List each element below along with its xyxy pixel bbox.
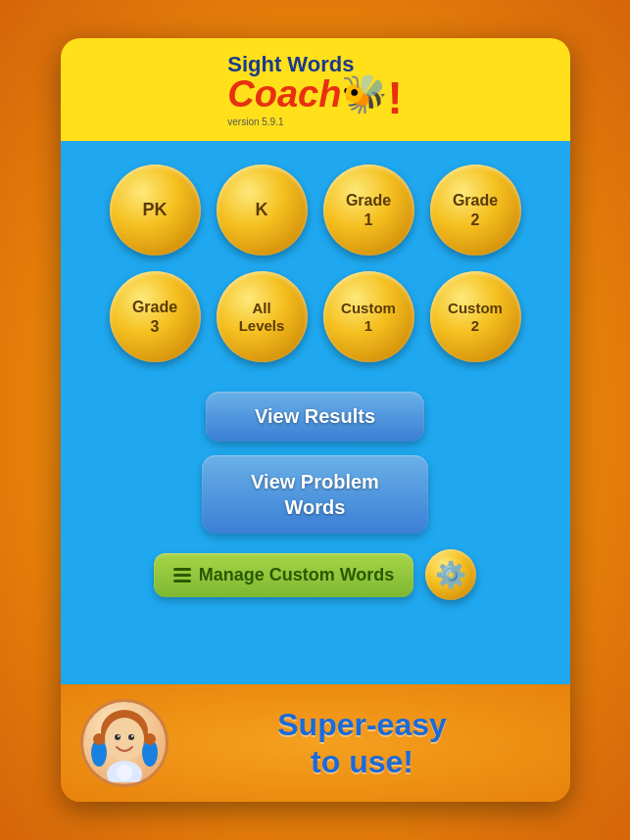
- grade-btn-grade3[interactable]: Grade3: [110, 271, 201, 362]
- view-results-button[interactable]: View Results: [206, 392, 424, 442]
- grade-btn-custom2[interactable]: Custom2: [430, 271, 521, 362]
- svg-point-7: [128, 734, 134, 740]
- mascot-svg: [85, 704, 164, 782]
- view-problem-words-button[interactable]: View ProblemWords: [202, 455, 428, 534]
- version-text: version 5.9.1: [227, 117, 283, 127]
- svg-point-11: [117, 765, 132, 780]
- grade-btn-grade2[interactable]: Grade2: [430, 164, 521, 256]
- app-container: Sight Words Coach 🐝 ! version 5.9.1 PK K…: [61, 38, 570, 802]
- gear-icon: ⚙️: [435, 560, 466, 590]
- sight-words-text: Sight Words: [227, 54, 354, 75]
- grade-btn-pk[interactable]: PK: [110, 164, 201, 256]
- mascot: [80, 699, 169, 787]
- svg-point-6: [115, 734, 121, 740]
- action-buttons: View Results View ProblemWords: [80, 392, 551, 534]
- manage-custom-words-button[interactable]: Manage Custom Words: [154, 553, 414, 597]
- svg-point-8: [118, 735, 120, 737]
- tagline-line2: to use!: [184, 743, 541, 780]
- logo-text-container: Sight Words Coach 🐝 ! version 5.9.1: [227, 54, 402, 127]
- header: Sight Words Coach 🐝 ! version 5.9.1: [61, 38, 570, 141]
- svg-point-4: [93, 733, 105, 745]
- grade-btn-all-levels[interactable]: AllLevels: [217, 271, 308, 362]
- manage-row: Manage Custom Words ⚙️: [154, 549, 477, 600]
- bee-icon: 🐝: [341, 75, 387, 113]
- svg-point-1: [105, 718, 144, 761]
- svg-point-9: [131, 735, 133, 737]
- manage-label: Manage Custom Words: [199, 565, 395, 585]
- bottom-area: Super-easy to use!: [61, 684, 570, 802]
- grade-btn-k[interactable]: K: [217, 164, 308, 256]
- grade-btn-grade1[interactable]: Grade1: [323, 164, 414, 256]
- exclaim-text: !: [387, 75, 402, 120]
- grade-grid: PK K Grade1 Grade2 Grade3 AllLevels Cust…: [110, 164, 521, 362]
- settings-button[interactable]: ⚙️: [425, 549, 476, 600]
- coach-text: Coach: [227, 75, 341, 113]
- tagline-line1: Super-easy: [184, 706, 541, 743]
- header-logo: Sight Words Coach 🐝 ! version 5.9.1: [80, 54, 551, 127]
- svg-point-5: [144, 733, 156, 745]
- hamburger-icon: [173, 568, 191, 583]
- main-area: PK K Grade1 Grade2 Grade3 AllLevels Cust…: [61, 141, 570, 684]
- grade-btn-custom1[interactable]: Custom1: [323, 271, 414, 362]
- mascot-circle: [80, 699, 169, 787]
- tagline: Super-easy to use!: [184, 706, 541, 781]
